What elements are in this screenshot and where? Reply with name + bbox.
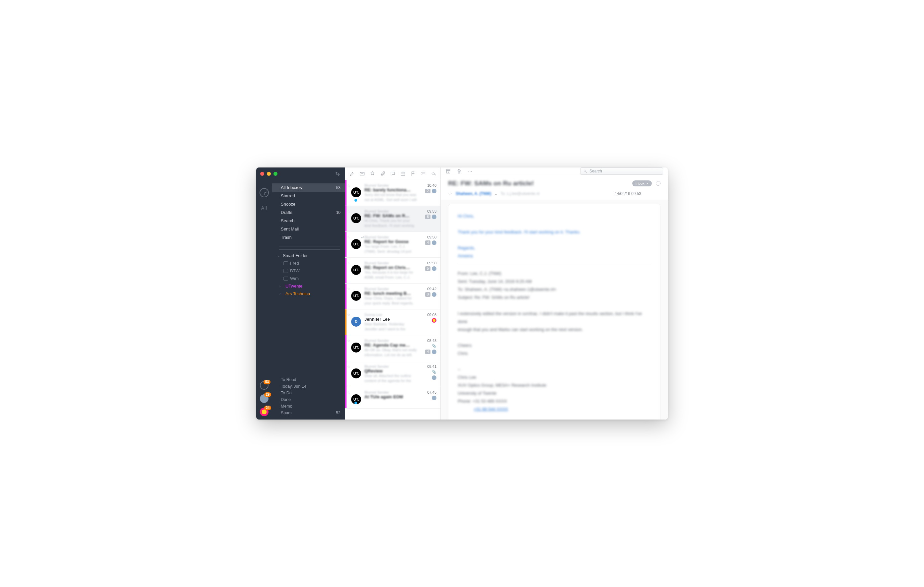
sidebar-item-drafts[interactable]: Drafts10 xyxy=(272,208,345,217)
message-sender: Blurred Sender xyxy=(365,261,417,265)
message-count-badge: 5 xyxy=(425,266,431,271)
star-outline-icon[interactable]: ☆ xyxy=(347,287,350,291)
star-outline-icon[interactable]: ☆ xyxy=(347,235,350,240)
body-phone-label: Phone: xyxy=(458,399,471,404)
sidebar-bottom-memo[interactable]: Memo xyxy=(281,403,340,409)
rail-badge-avatar[interactable]: 29 xyxy=(260,394,269,403)
sidebar-item-sent-mail[interactable]: Sent Mail xyxy=(272,225,345,233)
sidebar-item-starred[interactable]: Starred xyxy=(272,192,345,200)
smart-subfolder-btw[interactable]: BTW xyxy=(272,267,345,275)
star-outline-icon[interactable]: ☆ xyxy=(347,390,350,395)
message-meta: 08:48📎4 xyxy=(421,339,436,357)
reply-icon[interactable] xyxy=(431,171,436,176)
rail-badge-clock[interactable]: 53 xyxy=(260,381,269,390)
sidebar-item-snooze[interactable]: Snooze xyxy=(272,200,345,208)
minimize-window-button[interactable] xyxy=(267,172,271,176)
star-outline-icon[interactable]: ☆ xyxy=(347,183,350,188)
schedule-icon[interactable] xyxy=(400,171,406,176)
message-row[interactable]: ☆UT. Blurred Sender QReview Dear all, At… xyxy=(345,361,441,387)
star-outline-icon[interactable]: ☆ xyxy=(347,365,350,369)
message-row[interactable]: ☆UT. Blurred Sender RE: Report on Chris…… xyxy=(345,258,441,284)
more-icon[interactable] xyxy=(467,168,473,174)
sidebar-bottom-label: To Read xyxy=(281,377,296,382)
account-label: UTwente xyxy=(285,284,302,289)
tree-smart-folder[interactable]: ⌄ Smart Folder xyxy=(272,252,345,259)
message-row[interactable]: ☆UT. Blurred Sender At TU/e again EOM 07… xyxy=(345,387,441,409)
message-list[interactable]: ☆UT. Blurred Sender RE: barely functiona… xyxy=(345,180,441,419)
reader-from-name[interactable]: Shaheen, A. (TNW) xyxy=(456,191,491,196)
folder-icon xyxy=(284,276,288,281)
body-quote-subject: Subject: Re: FW: SAMs on Ru article! xyxy=(458,294,651,301)
chevron-down-icon: ⌄ xyxy=(277,254,281,257)
smart-subfolder-fred[interactable]: Fred xyxy=(272,259,345,267)
sidebar-item-label: Trash xyxy=(281,235,292,240)
color-ring-icon[interactable] xyxy=(656,181,660,186)
attachment-icon: 📎 xyxy=(432,370,436,374)
mini-avatar-icon xyxy=(432,396,436,400)
rail-glyph-all[interactable]: All xyxy=(261,205,267,210)
star-outline-icon[interactable]: ☆ xyxy=(347,261,350,265)
sync-icon[interactable] xyxy=(335,171,340,177)
message-row[interactable]: ☆UT. Blurred Sender RE: Agenda Cap me… A… xyxy=(345,335,441,361)
account-ars-technica[interactable]: ›Ars Technica xyxy=(272,290,345,298)
sidebar-bottom-label: Memo xyxy=(281,404,292,409)
message-stripe xyxy=(345,387,346,408)
sidebar-bottom-spam[interactable]: Spam52 xyxy=(281,409,340,416)
search-icon xyxy=(583,169,587,173)
flag-icon[interactable] xyxy=(411,171,416,176)
trash-icon[interactable] xyxy=(456,168,462,174)
message-preview: Too large From: Lee, C.J. (TNW). Sent: d… xyxy=(365,244,417,253)
message-sender: Donna Lee xyxy=(365,313,417,317)
inbox-pill[interactable]: Inbox × xyxy=(632,181,652,186)
sidebar-item-all-inboxes[interactable]: All Inboxes53 xyxy=(272,183,345,192)
rail-badge-flower[interactable]: 24 xyxy=(260,408,269,416)
message-row[interactable]: ☆UT. Blurred Sender RE: barely functiona… xyxy=(345,180,441,206)
star-outline-icon[interactable]: ☆ xyxy=(448,191,452,196)
sidebar-bottom-to-do[interactable]: To Do xyxy=(281,390,340,396)
chevron-down-icon[interactable]: ⌄ xyxy=(495,192,497,196)
tree-smart-folder-label: Smart Folder xyxy=(283,253,308,258)
sidebar-bottom-today-jun-14[interactable]: Today, Jun 14 xyxy=(281,383,340,390)
sidebar-bottom-to-read[interactable]: To Read xyxy=(281,377,340,383)
message-sender: Blurred Sender xyxy=(365,339,417,343)
message-count-badge: 4 xyxy=(425,350,431,354)
archive-icon[interactable] xyxy=(446,168,451,174)
attachment-icon[interactable] xyxy=(380,171,385,176)
message-sender: Blurred Sender xyxy=(365,287,417,291)
mini-avatar-icon xyxy=(432,350,436,354)
close-window-button[interactable] xyxy=(260,172,264,176)
message-row[interactable]: ☆↩UT. Blurred Sender RE: Report for Goos… xyxy=(345,232,441,258)
sidebar-item-trash[interactable]: Trash xyxy=(272,233,345,242)
search-input[interactable]: Search xyxy=(580,168,663,175)
message-row[interactable]: ☆D Donna Lee Jennifer Lee Dear Barbara, … xyxy=(345,309,441,335)
sidebar-item-search[interactable]: Search xyxy=(272,217,345,225)
star-icon[interactable] xyxy=(370,171,375,176)
message-avatar: UT. xyxy=(351,187,361,197)
star-outline-icon[interactable]: ☆ xyxy=(347,313,350,317)
message-row[interactable]: ☆UT. Blurred Sender RE: lunch meeting B…… xyxy=(345,284,441,309)
star-outline-icon[interactable]: ☆ xyxy=(347,339,350,343)
message-subject: RE: Report for Goose xyxy=(365,239,417,244)
compose-icon[interactable] xyxy=(349,171,355,176)
smart-subfolder-wim[interactable]: Wim xyxy=(272,275,345,282)
rail-badge-avatar-count: 29 xyxy=(264,392,271,397)
mini-avatar-icon xyxy=(432,375,436,380)
body-sig2b: XUV Optics Group, MESA+ Research Institu… xyxy=(458,381,651,389)
mini-flower-icon xyxy=(432,318,436,323)
sidebar-item-count: 53 xyxy=(336,186,340,190)
star-outline-icon[interactable]: ☆ xyxy=(347,209,350,214)
clock-icon[interactable] xyxy=(259,188,269,197)
sidebar-bottom-done[interactable]: Done xyxy=(281,396,340,403)
zoom-window-button[interactable] xyxy=(274,172,277,176)
checklist-icon[interactable] xyxy=(421,171,426,176)
message-avatar: UT. xyxy=(351,343,361,352)
message-preview: Hi Chris, Thank you for your kind feedba… xyxy=(365,218,417,227)
annotate-icon[interactable] xyxy=(390,171,396,176)
folder-icon xyxy=(284,269,288,273)
body-quote-sent-value: Tuesday, June 14, 2016 9:25 AM xyxy=(469,279,532,284)
message-row[interactable]: ☆UT. Blurred Sender RE: FW: SAMs on R… H… xyxy=(345,206,441,232)
svg-point-1 xyxy=(470,171,470,171)
message-sender: Blurred Sender xyxy=(365,390,417,394)
mark-read-icon[interactable] xyxy=(360,171,365,176)
account-utwente[interactable]: ›UTwente xyxy=(272,282,345,290)
